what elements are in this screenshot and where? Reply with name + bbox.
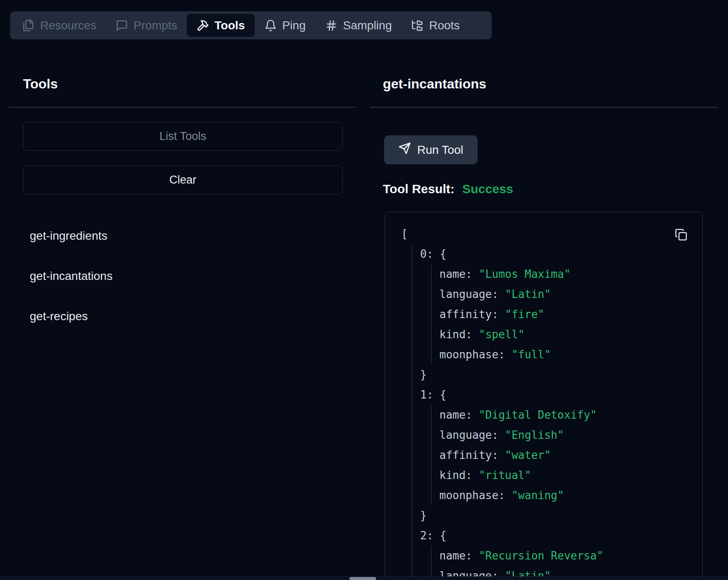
page-title: Tools (23, 76, 58, 92)
tab-label: Sampling (343, 19, 392, 32)
json-tree: [0: {name: "Lumos Maxima"language: "Lati… (385, 212, 702, 580)
json-children: 0: {name: "Lumos Maxima"language: "Latin… (412, 244, 702, 580)
json-children: name: "Lumos Maxima"language: "Latin"aff… (431, 264, 702, 365)
tab-label: Resources (40, 19, 96, 32)
files-icon (22, 19, 35, 32)
tab-label: Prompts (134, 19, 177, 32)
tab-prompts[interactable]: Prompts (106, 14, 187, 37)
json-row: language: "English" (439, 425, 702, 445)
json-row: name: "Recursion Reversa" (439, 546, 702, 566)
json-row: affinity: "fire" (439, 304, 702, 324)
json-row: affinity: "water" (439, 445, 702, 465)
list-tools-button[interactable]: List Tools (23, 122, 343, 151)
tab-tools[interactable]: Tools (187, 14, 255, 37)
json-children: name: "Digital Detoxify"language: "Engli… (431, 405, 702, 505)
tool-list-item-get-incantations[interactable]: get-incantations (30, 256, 113, 296)
json-row: } (420, 505, 702, 526)
json-row: moonphase: "full" (439, 344, 702, 365)
horizontal-scrollbar-track[interactable] (0, 576, 728, 580)
json-row: kind: "ritual" (439, 465, 702, 485)
tool-result-line: Tool Result: Success (383, 182, 513, 196)
json-row: kind: "spell" (439, 324, 702, 344)
selected-tool-title: get-incantations (383, 76, 486, 92)
tab-resources[interactable]: Resources (13, 14, 106, 37)
json-row: [ (401, 224, 702, 244)
json-row: 0: { (420, 244, 702, 264)
hammer-icon (196, 19, 209, 32)
tool-list: get-ingredientsget-incantationsget-recip… (30, 216, 113, 337)
json-children: name: "Recursion Reversa"language: "Lati… (431, 546, 702, 580)
tab-sampling[interactable]: Sampling (315, 14, 402, 37)
horizontal-scrollbar-thumb[interactable] (349, 577, 376, 580)
json-result-viewer[interactable]: [0: {name: "Lumos Maxima"language: "Lati… (385, 212, 703, 580)
tab-label: Ping (282, 19, 306, 32)
left-panel-divider (9, 107, 356, 108)
tab-label: Tools (214, 19, 245, 32)
json-row: } (420, 365, 702, 385)
tab-bar: ResourcesPromptsToolsPingSamplingRoots (10, 11, 492, 39)
tool-list-item-get-ingredients[interactable]: get-ingredients (30, 216, 113, 256)
json-row: name: "Lumos Maxima" (439, 264, 702, 284)
json-row: language: "Latin" (439, 284, 702, 304)
send-icon (398, 142, 411, 158)
tab-label: Roots (429, 19, 460, 32)
folder-tree-icon (411, 19, 423, 32)
send-icon (398, 142, 411, 155)
bell-icon (264, 19, 277, 32)
json-row: 1: { (420, 385, 702, 405)
message-square-icon (116, 19, 128, 32)
json-row: moonphase: "waning" (439, 485, 702, 505)
json-row: name: "Digital Detoxify" (439, 405, 702, 425)
tab-ping[interactable]: Ping (255, 14, 315, 37)
tool-result-label: Tool Result: (383, 182, 454, 196)
run-tool-button[interactable]: Run Tool (384, 135, 478, 164)
right-panel-divider (370, 107, 717, 108)
tool-result-status-badge: Success (462, 182, 513, 196)
run-tool-label: Run Tool (417, 143, 463, 157)
json-row: 2: { (420, 526, 702, 546)
hash-icon (325, 19, 338, 32)
clear-button[interactable]: Clear (23, 166, 343, 194)
tab-roots[interactable]: Roots (401, 14, 469, 37)
tool-list-item-get-recipes[interactable]: get-recipes (30, 296, 113, 337)
